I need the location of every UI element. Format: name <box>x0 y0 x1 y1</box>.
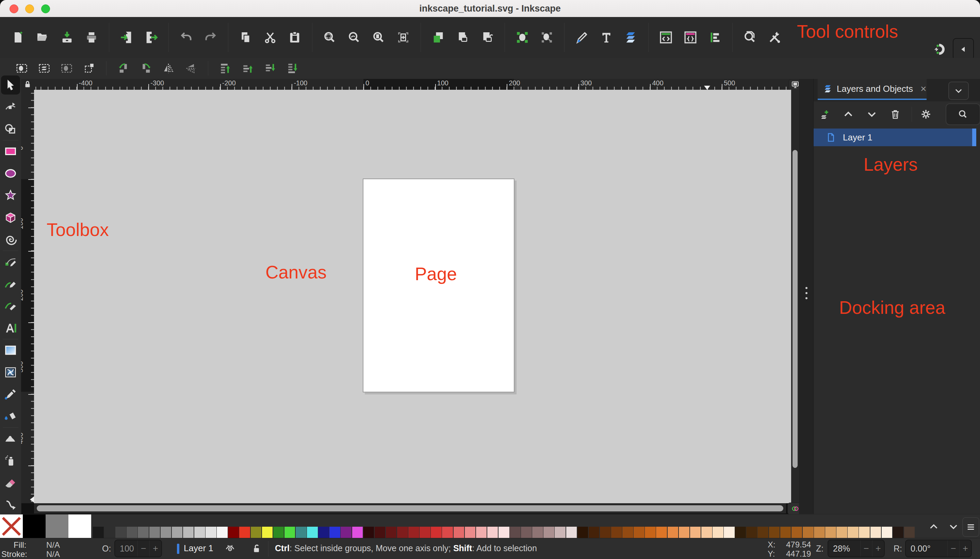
swatch-ffffff[interactable] <box>68 514 91 538</box>
swatch-2933dd[interactable] <box>329 527 340 538</box>
text-dialog-button[interactable] <box>597 28 616 47</box>
zoom-input[interactable]: 28% − + <box>827 540 885 557</box>
swatch-ab9090[interactable] <box>544 527 554 538</box>
unlink-clone-button[interactable] <box>478 28 497 47</box>
text-tool[interactable] <box>1 319 20 337</box>
swatch-424242[interactable] <box>115 527 126 538</box>
deselect-button[interactable] <box>58 60 76 77</box>
swatch-5e360e[interactable] <box>758 527 768 538</box>
move-layer-up-button[interactable] <box>840 106 857 123</box>
rotate-cw-button[interactable] <box>137 60 155 77</box>
swatch-d89e5e[interactable] <box>825 527 836 538</box>
panel-menu-button[interactable] <box>948 82 969 100</box>
dropper-tool[interactable] <box>1 385 20 404</box>
swatch-f6d8b2[interactable] <box>859 527 870 538</box>
close-window-button[interactable] <box>10 5 18 13</box>
ellipse-tool[interactable] <box>1 164 20 183</box>
mesh-gradient-tool[interactable] <box>1 363 20 382</box>
spray-tool[interactable] <box>1 451 20 470</box>
tab-close-icon[interactable]: × <box>920 83 927 94</box>
horizontal-scrollbar-thumb[interactable] <box>37 505 783 511</box>
swatch-fbe2e2[interactable] <box>499 527 509 538</box>
palette-scroll-down-button[interactable] <box>946 519 961 534</box>
swatch-7c2088[interactable] <box>341 527 352 538</box>
swatch-7f1c1c[interactable] <box>397 527 408 538</box>
swatch-bababa[interactable] <box>183 527 194 538</box>
delete-layer-button[interactable] <box>887 106 904 123</box>
layer-visibility-button[interactable] <box>224 542 236 554</box>
clone-button[interactable] <box>453 28 473 47</box>
zoom-window-button[interactable] <box>41 5 50 13</box>
stroke-value[interactable]: N/A <box>46 549 60 559</box>
swatch-8f7474[interactable] <box>532 527 543 538</box>
panel-scrollbar-thumb[interactable] <box>972 129 976 146</box>
swatch-929292[interactable] <box>161 527 171 538</box>
current-layer-label[interactable]: Layer 1 <box>184 543 213 554</box>
node-editor-tool[interactable] <box>1 98 20 117</box>
swatch-5f4a4a[interactable] <box>510 527 521 538</box>
connector-tool[interactable] <box>1 495 20 514</box>
swatch-f7cece[interactable] <box>487 527 498 538</box>
swatch-7e7e7e[interactable] <box>149 527 160 538</box>
gradient-tool[interactable] <box>1 341 20 360</box>
swatch-e14fe1[interactable] <box>352 527 363 538</box>
raise-button[interactable] <box>239 60 257 77</box>
document-print-button[interactable] <box>82 28 101 47</box>
xml-editor-button[interactable] <box>656 28 676 47</box>
box-3d-tool[interactable] <box>1 208 20 227</box>
swatch-c98845[interactable] <box>814 527 825 538</box>
swatch-1a1a1a[interactable] <box>93 527 104 538</box>
rotation-increment-button[interactable]: + <box>959 540 971 557</box>
swatch-191980[interactable] <box>318 527 329 538</box>
swatch-565656[interactable] <box>127 527 138 538</box>
align-distribute-button[interactable] <box>705 28 725 47</box>
swatch-none[interactable] <box>0 514 23 538</box>
flip-vertical-button[interactable] <box>182 60 200 77</box>
document-open-button[interactable] <box>33 28 52 47</box>
vertical-scrollbar-thumb[interactable] <box>793 150 798 468</box>
document-save-button[interactable] <box>57 28 77 47</box>
swatch-e78a44[interactable] <box>668 527 678 538</box>
swatch-2e2e2e[interactable] <box>104 527 115 538</box>
canvas[interactable] <box>34 90 791 503</box>
fill-stroke-dialog-button[interactable] <box>572 28 592 47</box>
preferences-button[interactable] <box>764 28 784 47</box>
swatch-452209[interactable] <box>589 527 600 538</box>
swatch-76430f[interactable] <box>769 527 780 538</box>
zoom-drawing-button[interactable] <box>344 28 364 47</box>
swatch-2e1d0a[interactable] <box>735 527 746 538</box>
swatch-8e5012[interactable] <box>780 527 791 538</box>
redo-button[interactable] <box>201 28 221 47</box>
swatch-d33030[interactable] <box>431 527 442 538</box>
swatch-46290c[interactable] <box>746 527 757 538</box>
raise-top-button[interactable] <box>216 60 234 77</box>
swatch-f8ca9f[interactable] <box>701 527 712 538</box>
swatch-fbdfbf[interactable] <box>713 527 723 538</box>
swatch-3b8888[interactable] <box>296 527 307 538</box>
rotation-decrement-button[interactable]: − <box>947 540 959 557</box>
shape-builder-tool[interactable] <box>1 120 20 139</box>
flip-horizontal-button[interactable] <box>159 60 177 77</box>
find-button[interactable] <box>740 28 760 47</box>
lower-bottom-button[interactable] <box>284 60 302 77</box>
calligraphy-tool[interactable] <box>1 296 20 316</box>
tweak-tool[interactable] <box>1 429 20 448</box>
select-all-button[interactable] <box>13 60 31 77</box>
move-layer-down-button[interactable] <box>863 106 881 123</box>
opacity-decrement-button[interactable]: − <box>138 540 149 557</box>
duplicate-button[interactable] <box>428 28 448 47</box>
swatch-55e6e6[interactable] <box>307 527 318 538</box>
palette-scroll-up-button[interactable] <box>926 519 941 534</box>
rotation-input[interactable]: 0.00° − + <box>905 540 972 557</box>
vertical-scrollbar[interactable] <box>791 90 799 503</box>
swatch-cecece[interactable] <box>194 527 205 538</box>
undo-button[interactable] <box>176 28 196 47</box>
add-layer-button[interactable] <box>816 106 834 123</box>
swatch-efc795[interactable] <box>847 527 859 538</box>
cut-button[interactable] <box>260 28 280 47</box>
swatch-8b8b20[interactable] <box>251 527 262 538</box>
swatch-793c0f[interactable] <box>611 527 622 538</box>
swatch-9b2222[interactable] <box>408 527 419 538</box>
swatch-e46a6a[interactable] <box>454 527 464 538</box>
swatch-f1adad[interactable] <box>476 527 487 538</box>
